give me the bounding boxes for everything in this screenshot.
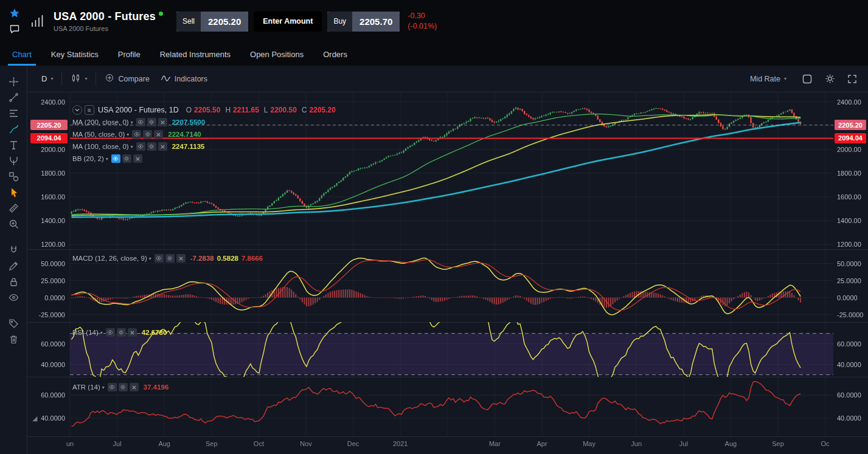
tab-orders[interactable]: Orders xyxy=(313,43,357,66)
current-price-label: 2205.20 xyxy=(30,120,68,130)
indicator-label[interactable]: RSI (14) xyxy=(72,329,99,336)
eye-icon[interactable] xyxy=(136,142,145,151)
overlay-label[interactable]: BB (20, 2) xyxy=(72,155,104,162)
eye-icon[interactable] xyxy=(155,254,164,263)
eye-icon[interactable] xyxy=(132,130,141,139)
gear-icon[interactable] xyxy=(165,254,175,263)
indicator-label[interactable]: MACD (12, 26, close, 9) xyxy=(72,255,147,262)
ohlc-values: O2205.50H2211.65L2200.50C2205.20 xyxy=(184,106,336,114)
scale-tick: 60.0000 xyxy=(27,391,65,399)
zoom-tool-icon[interactable] xyxy=(4,218,23,230)
overlay-label[interactable]: MA (50, close, 0) xyxy=(72,131,125,138)
chart-area[interactable]: ◢︎ 2400.002400.002200.002200.002000.0020… xyxy=(27,92,868,454)
sell-price: 2205.20 xyxy=(201,12,248,32)
panel-toggle-icon[interactable] xyxy=(799,71,815,87)
cursor-tool-icon[interactable] xyxy=(4,186,23,199)
gear-icon[interactable] xyxy=(147,142,156,151)
indicators-button[interactable]: Indicators xyxy=(155,70,213,88)
scale-tick: 50.0000 xyxy=(837,260,861,268)
legend-menu-icon[interactable]: ≡ xyxy=(85,105,94,115)
tab-open-positions[interactable]: Open Positions xyxy=(240,43,313,66)
ohlc-label: H xyxy=(225,106,231,114)
tab-related-instruments[interactable]: Related Instruments xyxy=(150,43,240,66)
price-change-block: -0.30 (-0.01%) xyxy=(408,11,437,32)
chart-type-dropdown[interactable]: ▾ xyxy=(65,69,92,89)
fullscreen-icon[interactable] xyxy=(845,72,859,86)
gear-icon[interactable] xyxy=(147,118,156,126)
header-icon-column xyxy=(0,8,24,35)
close-icon[interactable] xyxy=(154,130,163,139)
close-icon[interactable] xyxy=(130,383,139,391)
time-axis-label: Oct xyxy=(254,440,264,447)
close-icon[interactable] xyxy=(158,118,167,126)
text-tool-icon[interactable] xyxy=(4,139,23,151)
brush-tool-icon[interactable] xyxy=(4,123,23,136)
scale-tick: 1200.00 xyxy=(837,240,861,249)
eye-tool-icon[interactable] xyxy=(4,291,23,304)
dropdown-caret-icon[interactable]: ▾ xyxy=(106,156,108,162)
crosshair-tool-icon[interactable] xyxy=(4,75,23,88)
close-icon[interactable] xyxy=(133,154,142,163)
mid-rate-dropdown[interactable]: Mid Rate ▾ xyxy=(745,71,792,87)
indicator-label[interactable]: ATR (14) xyxy=(72,383,100,391)
toolbar-divider xyxy=(61,72,62,86)
scale-tick: 40.0000 xyxy=(837,414,861,422)
settings-gear-icon[interactable] xyxy=(822,71,838,86)
chat-icon[interactable] xyxy=(9,24,20,35)
eye-icon[interactable] xyxy=(108,383,117,391)
overlay-label[interactable]: MA (100, close, 0) xyxy=(72,143,129,150)
ohlc-label: L xyxy=(264,106,268,114)
overlay-legend-row: MA (100, close, 0)▾2247.1135 xyxy=(72,140,336,153)
gear-icon[interactable] xyxy=(119,383,128,391)
dropdown-caret-icon[interactable]: ▾ xyxy=(102,385,105,390)
tag-tool-icon[interactable] xyxy=(4,317,23,330)
eye-icon[interactable] xyxy=(106,328,115,337)
collapse-chevron-icon[interactable] xyxy=(72,105,82,115)
fib-levels-tool-icon[interactable] xyxy=(4,107,23,120)
tab-key-statistics[interactable]: Key Statistics xyxy=(41,43,108,66)
pencil-tool-icon[interactable] xyxy=(4,260,23,272)
pitchfork-tool-icon[interactable] xyxy=(4,154,23,167)
amount-input[interactable]: Enter Amount xyxy=(254,12,322,32)
eye-icon[interactable] xyxy=(111,154,120,163)
dropdown-caret-icon[interactable]: ▾ xyxy=(131,144,133,150)
shapes-tool-icon[interactable] xyxy=(4,170,23,183)
legend-symbol[interactable]: USA 2000 - Futures, 1D xyxy=(98,106,179,114)
dropdown-caret-icon[interactable]: ▾ xyxy=(127,132,129,137)
scale-tick: 1800.00 xyxy=(837,169,861,177)
measure-tool-icon[interactable] xyxy=(4,202,23,215)
chart-overlays: ◢︎ 2400.002400.002200.002200.002000.0020… xyxy=(27,92,868,454)
dropdown-caret-icon[interactable]: ▾ xyxy=(131,120,133,125)
gear-icon[interactable] xyxy=(143,130,152,139)
chevron-down-icon: ▾ xyxy=(85,76,87,81)
close-icon[interactable] xyxy=(176,254,186,263)
scale-tick: 0.0000 xyxy=(27,294,65,302)
buy-button[interactable]: Buy 2205.70 xyxy=(327,12,400,32)
gear-icon[interactable] xyxy=(117,328,126,337)
eye-icon[interactable] xyxy=(136,118,145,126)
dropdown-caret-icon[interactable]: ▾ xyxy=(149,256,151,261)
tab-profile[interactable]: Profile xyxy=(108,43,150,66)
interval-dropdown[interactable]: D ▾ xyxy=(36,71,58,87)
compare-button[interactable]: Compare xyxy=(99,69,155,88)
time-axis-label: Sep xyxy=(772,440,784,447)
overlay-label[interactable]: MA (200, close, 0) xyxy=(72,119,129,126)
lock-tool-icon[interactable] xyxy=(4,275,23,288)
toolbar-divider xyxy=(95,72,96,86)
tab-chart[interactable]: Chart xyxy=(2,43,41,66)
drawing-toolbar xyxy=(0,66,27,454)
trash-tool-icon[interactable] xyxy=(4,333,23,346)
scale-tick: -25.0000 xyxy=(837,311,863,319)
dropdown-caret-icon[interactable]: ▾ xyxy=(100,330,103,335)
magnet-tool-icon[interactable] xyxy=(4,244,23,256)
close-icon[interactable] xyxy=(158,142,167,151)
indicator-legend-row: MACD (12, 26, close, 9)▾-7.28380.58287.8… xyxy=(72,252,263,264)
close-icon[interactable] xyxy=(128,328,137,337)
sell-button[interactable]: Sell 2205.20 xyxy=(176,12,248,32)
interval-value: D xyxy=(41,74,47,83)
gear-icon[interactable] xyxy=(122,154,131,163)
scale-tick: -25.0000 xyxy=(27,311,65,319)
trend-line-tool-icon[interactable] xyxy=(4,91,23,104)
favorite-star-icon[interactable] xyxy=(9,8,20,19)
overlay-value: 2224.7140 xyxy=(168,131,201,138)
